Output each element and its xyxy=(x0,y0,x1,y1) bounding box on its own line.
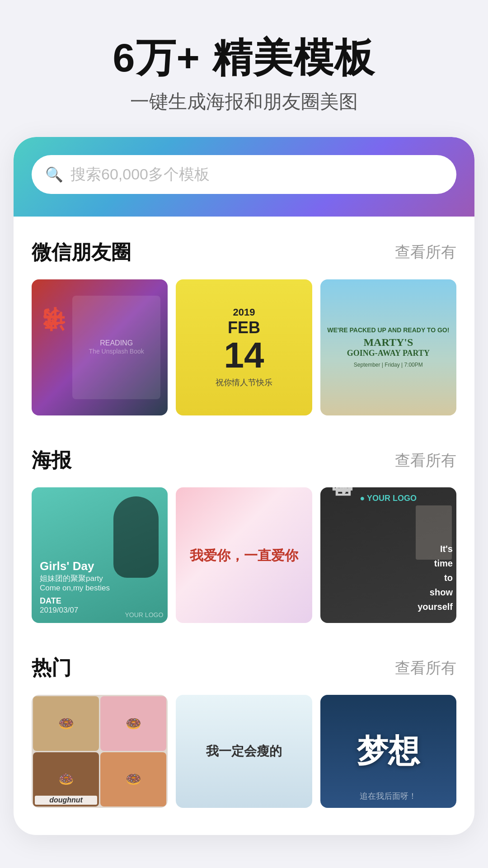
hot-card-resolve[interactable]: 我一定会瘦的 xyxy=(176,695,312,808)
search-bar[interactable]: 🔍 搜索60,000多个模板 xyxy=(32,155,456,194)
search-icon: 🔍 xyxy=(45,166,63,183)
dark-logo: ● YOUR LOGO xyxy=(360,494,417,503)
hot-card-doughnut[interactable]: 🍩 🍩 🍩 doughnut 🍩 xyxy=(32,695,168,808)
feb-content: 2019 FEB 14 祝你情人节快乐 xyxy=(216,307,272,388)
doughnut-grid: 🍩 🍩 🍩 doughnut 🍩 xyxy=(32,695,168,808)
doughnut-cell-2: 🍩 xyxy=(100,696,166,751)
section-wechat-title: 微信朋友圈 xyxy=(32,239,131,266)
app-card: 🔍 搜索60,000多个模板 微信朋友圈 查看所有 读书 READINGThe … xyxy=(14,137,474,835)
section-poster-view-all[interactable]: 查看所有 xyxy=(395,450,456,471)
poster-card-girlsday[interactable]: 女生节 Girls' Day 姐妹团的聚聚party Come on,my be… xyxy=(32,487,168,623)
girlsday-figure xyxy=(113,496,159,578)
section-hot-title: 热门 xyxy=(32,655,71,681)
party-content: WE'RE PACKED UP AND READY TO GO! MARTY'S… xyxy=(320,279,456,415)
dream-bg: 梦想 追在我后面呀！ xyxy=(320,695,456,808)
section-wechat-view-all[interactable]: 查看所有 xyxy=(395,242,456,263)
resolve-text: 我一定会瘦的 xyxy=(206,743,282,760)
wechat-card-reading[interactable]: 读书 READINGThe Unsplash Book xyxy=(32,279,168,415)
section-poster-header: 海报 查看所有 xyxy=(32,447,456,474)
dream-sub: 追在我后面呀！ xyxy=(360,791,417,802)
reading-text: 读书 xyxy=(39,344,68,350)
girlsday-bg: 女生节 Girls' Day 姐妹团的聚聚party Come on,my be… xyxy=(32,487,168,623)
section-hot: 热门 查看所有 🍩 🍩 🍩 doughnut 🍩 我一定会瘦的 xyxy=(14,632,474,817)
section-hot-view-all[interactable]: 查看所有 xyxy=(395,658,456,679)
doughnut-label: doughnut xyxy=(35,796,97,805)
doughnut-cell-3: 🍩 doughnut xyxy=(33,752,99,807)
dark-text: It'stimetoshowyourself xyxy=(418,542,453,614)
section-hot-header: 热门 查看所有 xyxy=(32,655,456,681)
hero-subtitle: 一键生成海报和朋友圈美图 xyxy=(18,89,470,114)
hero-title: 6万+ 精美模板 xyxy=(18,36,470,80)
love-bg: 我爱你，一直爱你 xyxy=(176,487,312,623)
section-wechat-header: 微信朋友圈 查看所有 xyxy=(32,239,456,266)
doughnut-cell-4: 🍩 xyxy=(100,752,166,807)
poster-card-dark[interactable]: ● YOUR LOGO 空界 It'stimetoshowyourself xyxy=(320,487,456,623)
section-poster-title: 海报 xyxy=(32,447,71,474)
dream-text: 梦想 xyxy=(357,730,420,773)
doughnut-cell-1: 🍩 xyxy=(33,696,99,751)
search-input[interactable]: 搜索60,000多个模板 xyxy=(70,164,443,185)
wechat-card-party[interactable]: WE'RE PACKED UP AND READY TO GO! MARTY'S… xyxy=(320,279,456,415)
poster-card-love[interactable]: 我爱你，一直爱你 xyxy=(176,487,312,623)
resolve-bg: 我一定会瘦的 xyxy=(176,695,312,808)
dark-bg: ● YOUR LOGO 空界 It'stimetoshowyourself xyxy=(320,487,456,623)
hero-section: 6万+ 精美模板 一键生成海报和朋友圈美图 xyxy=(0,0,488,137)
girlsday-logo: YOUR LOGO xyxy=(125,611,164,618)
section-poster: 海报 查看所有 女生节 Girls' Day 姐妹团的聚聚party Come … xyxy=(14,425,474,632)
section-wechat: 微信朋友圈 查看所有 读书 READINGThe Unsplash Book 2… xyxy=(14,217,474,425)
poster-cards-row: 女生节 Girls' Day 姐妹团的聚聚party Come on,my be… xyxy=(32,487,456,623)
search-header: 🔍 搜索60,000多个模板 xyxy=(14,137,474,217)
reading-sub: READINGThe Unsplash Book xyxy=(84,335,149,360)
love-text: 我爱你，一直爱你 xyxy=(190,545,298,566)
wechat-card-feb[interactable]: 2019 FEB 14 祝你情人节快乐 xyxy=(176,279,312,415)
wechat-cards-row: 读书 READINGThe Unsplash Book 2019 FEB 14 … xyxy=(32,279,456,415)
hot-cards-row: 🍩 🍩 🍩 doughnut 🍩 我一定会瘦的 梦想 xyxy=(32,695,456,808)
hot-card-dream[interactable]: 梦想 追在我后面呀！ xyxy=(320,695,456,808)
